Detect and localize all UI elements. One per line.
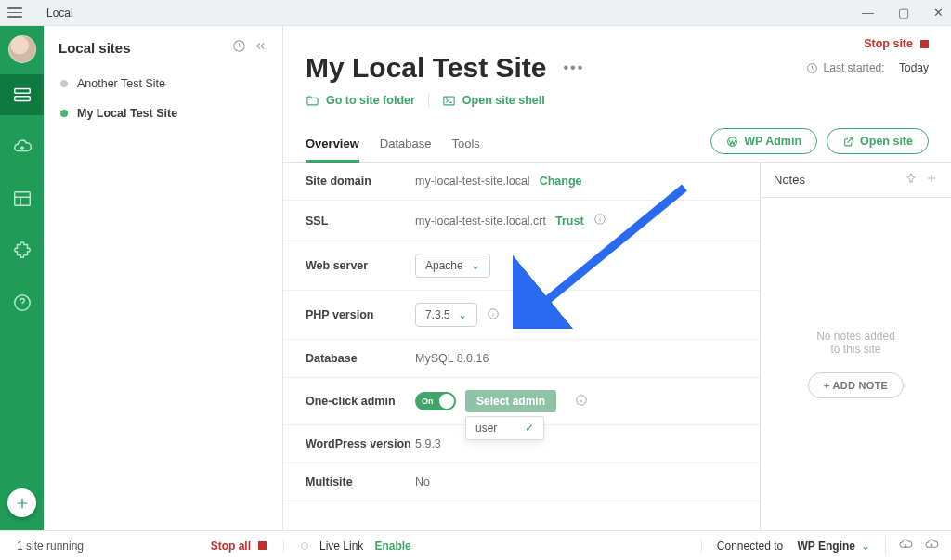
svg-rect-6 (444, 97, 454, 105)
sites-panel: Local sites Another Test Site My Local T… (44, 26, 283, 530)
footer: 1 site running Stop all Live Link Enable… (0, 530, 951, 560)
tab-database[interactable]: Database (380, 129, 432, 162)
tab-tools[interactable]: Tools (451, 129, 479, 162)
stop-all-button[interactable]: Stop all (211, 540, 267, 553)
site-item[interactable]: Another Test Site (44, 69, 282, 98)
cloud-icon (12, 137, 33, 157)
puzzle-icon (12, 241, 33, 261)
add-note-button[interactable]: + ADD NOTE (808, 372, 905, 398)
collapse-icon[interactable] (254, 39, 267, 56)
overview-section: Site domain my-local-test-site.local Cha… (283, 163, 760, 530)
site-domain-value: my-local-test-site.local (415, 175, 530, 188)
check-icon: ✓ (525, 422, 534, 435)
ssl-value: my-local-test-site.local.crt (415, 215, 546, 228)
nav-sites[interactable] (0, 74, 44, 115)
site-domain-label: Site domain (306, 175, 415, 188)
oneclick-label: One-click admin (306, 395, 415, 408)
notes-title: Notes (774, 173, 897, 187)
change-domain-link[interactable]: Change (540, 175, 582, 188)
main-panel: Stop site My Local Test Site ••• Last st… (283, 26, 951, 530)
add-note-icon[interactable] (925, 172, 938, 188)
ssl-label: SSL (306, 215, 415, 228)
open-shell-link[interactable]: Open site shell (442, 94, 545, 108)
pull-from-cloud-icon[interactable] (897, 537, 914, 554)
help-icon (12, 293, 33, 313)
layout-icon (12, 189, 33, 209)
database-value: MySQL 8.0.16 (415, 352, 489, 365)
nav-addons[interactable] (0, 230, 44, 271)
oneclick-toggle[interactable]: On (415, 392, 456, 410)
nav-cloud[interactable] (0, 126, 44, 167)
minimize-button[interactable]: — (862, 7, 874, 19)
go-to-folder-link[interactable]: Go to site folder (306, 94, 415, 108)
site-item[interactable]: My Local Test Site (44, 98, 282, 128)
pin-icon[interactable] (905, 172, 918, 188)
add-site-button[interactable] (7, 488, 36, 517)
ssl-info-icon[interactable] (593, 213, 606, 228)
plus-icon (14, 495, 31, 512)
site-item-label: Another Test Site (77, 77, 165, 90)
folder-icon (306, 94, 319, 108)
open-site-button[interactable]: Open site (827, 128, 929, 154)
site-item-label: My Local Test Site (77, 107, 177, 120)
stop-icon (258, 541, 267, 550)
connected-provider[interactable]: Connected to WP Engine ⌄ (701, 540, 885, 553)
push-to-cloud-icon[interactable] (923, 537, 940, 554)
last-started: Last started: Today (806, 61, 929, 74)
php-select[interactable]: 7.3.5⌄ (415, 303, 477, 327)
chevron-down-icon: ⌄ (471, 259, 480, 272)
enable-live-link[interactable]: Enable (374, 540, 410, 553)
hamburger-menu[interactable] (7, 6, 22, 20)
sites-title: Local sites (59, 40, 225, 56)
svg-rect-0 (14, 89, 30, 94)
wp-version-label: WordPress version (306, 437, 415, 450)
web-server-select[interactable]: Apache⌄ (415, 254, 490, 278)
status-dot (60, 110, 68, 117)
php-label: PHP version (306, 308, 415, 321)
site-menu-button[interactable]: ••• (564, 59, 585, 76)
close-button[interactable]: ✕ (933, 7, 944, 19)
chevron-down-icon: ⌄ (458, 308, 467, 321)
oneclick-info-icon[interactable] (575, 394, 588, 410)
sort-icon[interactable] (232, 39, 246, 56)
nav-blueprints[interactable] (0, 178, 44, 219)
notes-panel: Notes No notes added to this site + ADD … (760, 163, 951, 530)
admin-dropdown[interactable]: user ✓ (465, 416, 544, 440)
live-link-status-dot (301, 542, 308, 550)
chevron-down-icon: ⌄ (861, 540, 870, 553)
admin-dropdown-option[interactable]: user (476, 422, 497, 435)
multisite-label: Multisite (306, 475, 415, 488)
php-info-icon[interactable] (487, 307, 500, 323)
nav-rail (0, 26, 44, 530)
notes-empty-text: No notes added (816, 330, 895, 343)
site-title: My Local Test Site (306, 52, 547, 84)
multisite-value: No (415, 475, 430, 488)
stop-icon (920, 40, 929, 48)
avatar[interactable] (8, 35, 36, 63)
database-label: Database (306, 352, 415, 365)
sites-icon (12, 85, 33, 105)
wp-admin-button[interactable]: WP Admin (710, 128, 817, 154)
svg-rect-1 (14, 97, 30, 101)
svg-rect-2 (14, 192, 30, 206)
nav-help[interactable] (0, 282, 44, 323)
wp-version-value: 5.9.3 (415, 437, 441, 450)
select-admin-button[interactable]: Select admin (465, 390, 556, 412)
live-link-label: Live Link (319, 540, 363, 553)
app-name: Local (46, 7, 73, 20)
titlebar: Local — ▢ ✕ (0, 0, 951, 26)
trust-ssl-link[interactable]: Trust (555, 215, 584, 228)
notes-empty-text: to this site (816, 343, 895, 356)
terminal-icon (442, 94, 456, 108)
stop-site-button[interactable]: Stop site (306, 35, 929, 50)
status-dot (60, 80, 68, 87)
external-link-icon (842, 136, 854, 148)
sites-running-count: 1 site running (17, 540, 84, 553)
maximize-button[interactable]: ▢ (898, 7, 909, 19)
web-server-label: Web server (306, 259, 415, 272)
tab-overview[interactable]: Overview (306, 129, 359, 163)
wordpress-icon (726, 136, 738, 148)
